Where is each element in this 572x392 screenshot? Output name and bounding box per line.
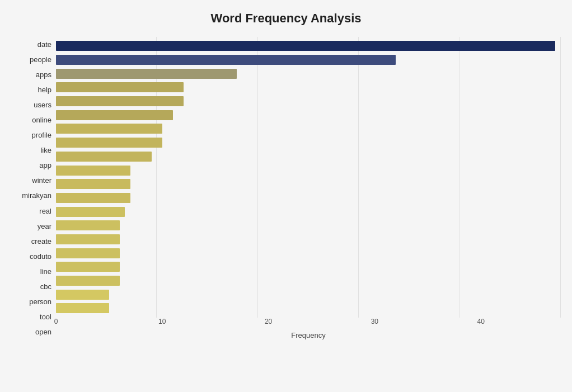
bar [56, 193, 130, 203]
y-label: person [29, 294, 51, 309]
bar [56, 262, 120, 272]
y-label: year [37, 219, 51, 233]
bar-row [56, 289, 555, 301]
bar [56, 234, 120, 244]
y-label: coduto [30, 249, 51, 263]
y-label: like [40, 143, 51, 158]
bar-row [56, 40, 555, 52]
bar-row [56, 136, 555, 149]
bar [56, 138, 162, 148]
bar [56, 248, 120, 258]
y-label: open [35, 324, 51, 339]
y-label: online [32, 113, 51, 127]
bar [56, 276, 120, 286]
y-label: line [40, 264, 51, 278]
bar [56, 179, 130, 189]
bar [56, 220, 120, 230]
bar [56, 124, 162, 134]
bar-row [56, 164, 555, 177]
y-label: date [37, 37, 51, 52]
bar-row [56, 68, 555, 80]
y-label: tool [40, 309, 51, 324]
bar-row [56, 81, 555, 93]
bar-row [56, 275, 555, 287]
bar [56, 69, 237, 79]
bar-row [56, 95, 555, 107]
chart-title: Word Frequency Analysis [11, 11, 561, 26]
bar-row [56, 261, 555, 273]
bar-row [56, 109, 555, 121]
y-label: people [30, 53, 51, 67]
bars-container [56, 37, 561, 318]
y-label: create [31, 234, 51, 248]
bar-row [56, 178, 555, 190]
chart-container: Word Frequency Analysis datepeopleappshe… [0, 0, 572, 392]
bar [56, 166, 130, 176]
bar [56, 290, 109, 300]
bar-row [56, 150, 555, 163]
y-label: mirakyan [22, 188, 51, 203]
x-tick: 10 [158, 318, 166, 325]
x-tick: 40 [477, 318, 484, 325]
y-label: apps [36, 68, 51, 82]
bar-row [56, 247, 555, 259]
bar [56, 303, 109, 313]
bar [56, 207, 125, 217]
y-label: cbc [40, 279, 51, 294]
bar-row [56, 192, 555, 204]
x-axis-label: Frequency [56, 331, 561, 339]
bar [56, 152, 152, 162]
x-tick: 30 [371, 318, 378, 325]
bar [56, 96, 184, 106]
bar-row [56, 122, 555, 135]
bar-row [56, 54, 555, 66]
x-tick: 20 [265, 318, 272, 325]
y-axis: datepeopleappshelpusersonlineprofilelike… [11, 37, 56, 339]
bar-row [56, 206, 555, 218]
x-ticks: 010203040 [56, 318, 555, 329]
y-label: app [39, 158, 51, 173]
y-label: help [37, 83, 51, 97]
x-tick: 0 [54, 318, 58, 325]
y-label: profile [32, 128, 51, 143]
bar-row [56, 233, 555, 245]
y-label: real [39, 204, 51, 218]
bar [56, 82, 184, 92]
bar [56, 55, 396, 65]
y-label: winter [32, 173, 51, 188]
bar-row [56, 219, 555, 232]
bar [56, 41, 555, 51]
bar [56, 110, 173, 120]
bar-row [56, 302, 555, 314]
y-label: users [34, 98, 51, 112]
